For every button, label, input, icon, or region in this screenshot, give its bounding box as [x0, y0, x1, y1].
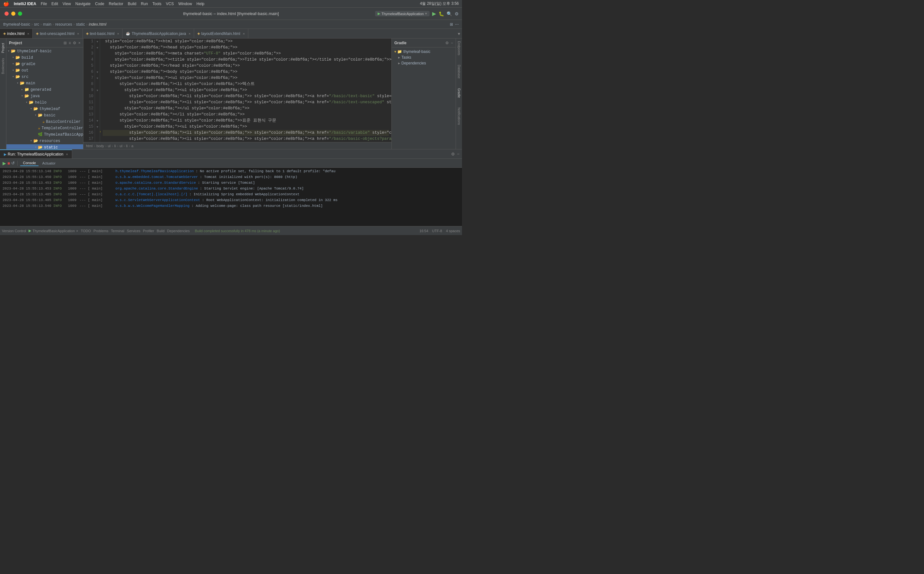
run-status-tab[interactable]: ▶ ThymeleafBasicApplication ×	[28, 229, 78, 233]
tab-close-4[interactable]: ×	[243, 32, 245, 36]
pathbar-item-1[interactable]: src	[34, 22, 39, 27]
minimize-button[interactable]	[11, 11, 16, 16]
console-play-icon[interactable]: ▶	[3, 161, 6, 166]
run-tab-close[interactable]: ×	[66, 152, 68, 156]
pathbar-item-2[interactable]: main	[43, 22, 51, 27]
run-tab-container[interactable]: ▶ Run: ThymeleafBasicApplication ×	[0, 150, 72, 158]
gradle-tab[interactable]: Gradle	[456, 87, 461, 99]
pathbar-item-3[interactable]: resources	[55, 22, 72, 27]
tab-layout[interactable]: ◈ layoutExtendMain.html ×	[194, 29, 248, 38]
pathbar-item-5[interactable]: index.html	[89, 22, 106, 27]
tab-close-3[interactable]: ×	[189, 32, 191, 36]
search-icon[interactable]: 🔍	[447, 11, 452, 16]
menu-refactor[interactable]: Refactor	[109, 2, 123, 6]
run-status-close[interactable]: ×	[76, 229, 78, 233]
tab-close-0[interactable]: ×	[27, 32, 29, 36]
dependencies-tab[interactable]: Dependencies	[167, 229, 190, 233]
tree-item[interactable]: ▸📁generated	[6, 87, 83, 93]
menu-edit[interactable]: Edit	[51, 2, 58, 6]
tree-item[interactable]: ▾📂basic	[6, 112, 83, 119]
run-config[interactable]: ▶ ThymeleafBasicApplication ▾	[375, 11, 430, 16]
menu-navigate[interactable]: Navigate	[76, 2, 90, 6]
database-tab[interactable]: Database	[456, 63, 461, 80]
tree-item[interactable]: ▾📂java	[6, 93, 83, 99]
terminal-tab[interactable]: Terminal	[111, 229, 125, 233]
expand-icon[interactable]: ⊞	[450, 22, 453, 27]
gradle-tasks[interactable]: ▸ Tasks	[392, 55, 456, 60]
endpoints-tab[interactable]: Endpoints	[456, 40, 461, 57]
tab-thymeleaf-app[interactable]: ☕ ThymeleafBasicApplication.java ×	[123, 29, 194, 38]
project-tab[interactable]: Project	[1, 41, 5, 55]
bottom-settings-icon[interactable]: ⚙	[451, 152, 455, 156]
console-stop-icon[interactable]: ■	[7, 161, 10, 166]
menu-view[interactable]: View	[63, 2, 71, 6]
apple-menu[interactable]: 🍎	[3, 1, 9, 7]
indent-indicator[interactable]: 4 spaces	[446, 229, 460, 233]
menu-vcs[interactable]: VCS	[166, 2, 174, 6]
settings-icon[interactable]: ⚙	[455, 11, 459, 16]
debug-icon[interactable]: 🐛	[439, 11, 444, 16]
menu-tools[interactable]: Tools	[152, 2, 161, 6]
tree-item[interactable]: ▾📂src	[6, 74, 83, 80]
gradle-deps[interactable]: ▸ Dependencies	[392, 60, 456, 66]
gradle-minus-icon[interactable]: −	[451, 41, 453, 45]
tree-item[interactable]: ☕BasicController	[6, 119, 83, 125]
bc-html[interactable]: html	[86, 144, 93, 148]
gradle-project[interactable]: ▾ 📁 thymeleaf-basic	[392, 49, 456, 55]
tab-index-html[interactable]: ◈ index.html ×	[0, 29, 33, 38]
sidebar-close-icon[interactable]: ×	[78, 41, 81, 45]
console-rerun-icon[interactable]: ↺	[11, 161, 15, 166]
console-tab[interactable]: Console	[20, 160, 38, 166]
menu-file[interactable]: File	[41, 2, 47, 6]
tree-item[interactable]: ▾📂thymeleaf	[6, 106, 83, 112]
line-col-indicator[interactable]: 16:54	[419, 229, 428, 233]
tab-close-1[interactable]: ×	[77, 32, 79, 36]
run-icon[interactable]: ▶	[432, 11, 436, 17]
bottom-collapse-icon[interactable]: −	[457, 152, 460, 156]
tree-item[interactable]: ▾📂hello	[6, 99, 83, 106]
pathbar-item-0[interactable]: thymeleaf-basic	[3, 22, 30, 27]
bc-li[interactable]: li	[114, 144, 116, 148]
pathbar-item-4[interactable]: static	[76, 22, 85, 27]
todo-tab[interactable]: TODO	[81, 229, 91, 233]
services-tab[interactable]: Services	[127, 229, 140, 233]
tab-text-unescaped[interactable]: ◈ text-unescaped.html ×	[33, 29, 83, 38]
menu-help[interactable]: Help	[196, 2, 204, 6]
tree-item[interactable]: ▾📂thymeleaf-basic	[6, 48, 83, 55]
profiler-tab[interactable]: Profiler	[143, 229, 154, 233]
bc-body[interactable]: body	[96, 144, 104, 148]
actuator-tab[interactable]: Actuator	[40, 161, 58, 166]
code-editor[interactable]: style="color:#e8bf6a;"><html style="colo…	[100, 38, 392, 142]
menu-code[interactable]: Code	[95, 2, 104, 6]
bc-a[interactable]: a	[131, 144, 133, 148]
close-button[interactable]	[5, 11, 9, 16]
menu-build[interactable]: Build	[128, 2, 136, 6]
tree-item[interactable]: ▾📂static	[6, 144, 83, 149]
tree-item[interactable]: ▾📂build	[6, 55, 83, 61]
notifications-tab[interactable]: Notifications	[456, 106, 461, 126]
sidebar-expand-icon[interactable]: ⊞	[63, 41, 67, 45]
encoding-indicator[interactable]: UTF-8	[432, 229, 442, 233]
tree-item[interactable]: ▾📂gradle	[6, 61, 83, 67]
sidebar-settings-icon[interactable]: ⚙	[73, 41, 76, 45]
tree-item[interactable]: ▾📂out	[6, 67, 83, 74]
tree-item[interactable]: ☕TemplateController	[6, 125, 83, 131]
maximize-button[interactable]	[18, 11, 22, 16]
menu-window[interactable]: Window	[178, 2, 192, 6]
console-output[interactable]: 2023-04-28 15:55:13.148 INFO 1009 --- [ …	[0, 168, 462, 226]
more-icon[interactable]: ⋯	[455, 22, 459, 27]
tab-close-2[interactable]: ×	[117, 32, 119, 36]
version-control-tab[interactable]: Version Control	[2, 229, 26, 233]
sidebar-collapse-icon[interactable]: ≡	[69, 41, 71, 45]
tabs-more-icon[interactable]: ▾	[458, 31, 460, 36]
menu-run[interactable]: Run	[141, 2, 148, 6]
tab-text-basic[interactable]: ◈ text-basic.html ×	[83, 29, 123, 38]
bc-li2[interactable]: li	[126, 144, 128, 148]
tree-item[interactable]: 🌿ThymeleafBasicApplication	[6, 131, 83, 138]
tree-item[interactable]: ▾📂main	[6, 80, 83, 87]
problems-tab[interactable]: Problems	[93, 229, 108, 233]
build-tab[interactable]: Build	[156, 229, 164, 233]
bc-ul2[interactable]: ul	[120, 144, 123, 148]
tree-item[interactable]: ▾📂resources	[6, 138, 83, 144]
gradle-settings-icon[interactable]: ⚙	[445, 41, 449, 45]
